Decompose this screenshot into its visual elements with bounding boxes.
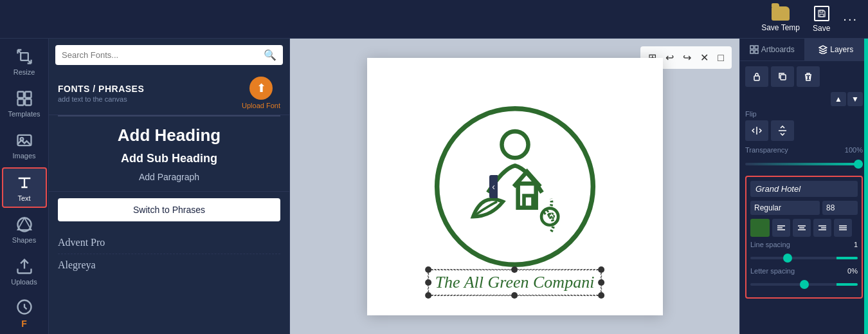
align-right-button[interactable] [813,219,831,237]
svg-rect-16 [755,46,758,49]
fonts-section-subtitle: add text to the canvas [58,95,144,103]
svg-point-12 [502,131,528,158]
transparency-slider[interactable] [745,163,863,165]
svg-rect-2 [21,53,28,60]
topbar-actions: Save Temp Save ··· [761,6,858,33]
upload-icon: ⬆ [249,77,273,100]
fonts-section-title: FONTS / PHRASES [58,84,144,94]
left-nav: Resize Templates Images Text [0,39,49,334]
list-item[interactable]: Alegreya [58,254,280,276]
letter-spacing-slider[interactable] [750,283,858,286]
search-bar: 🔍 [55,45,283,65]
add-paragraph[interactable]: Add Paragraph [58,172,280,182]
sidebar-item-more-label: F [21,319,27,329]
svg-rect-3 [17,91,23,97]
transparency-label-row: Transparency 100% [745,146,863,154]
color-align-row [750,219,858,237]
topbar: Save Temp Save ··· [0,0,868,39]
add-heading[interactable]: Add Heading [58,125,280,145]
canvas-area: ⊞ ↩ ↪ ✕ □ [290,39,739,334]
line-spacing-slider[interactable] [750,257,858,259]
left-panel: 🔍 FONTS / PHRASES add text to the canvas… [49,39,290,334]
more-button[interactable]: ··· [843,12,858,26]
sidebar-item-templates-label: Templates [8,110,40,118]
upload-font-button[interactable]: ⬆ Upload Font [242,77,280,109]
add-subheading[interactable]: Add Sub Heading [58,152,280,165]
fonts-header: FONTS / PHRASES add text to the canvas ⬆… [49,71,289,115]
switch-to-phrases-button[interactable]: Switch to Phrases [58,198,280,221]
sidebar-item-shapes-label: Shapes [12,236,36,244]
selected-text[interactable]: The All Green Compani [428,270,602,295]
teal-accent-bar [864,39,868,334]
undo-button[interactable]: ↩ [663,49,676,66]
sidebar-item-more[interactable]: F [2,293,47,334]
flip-vertical-button[interactable] [771,120,794,141]
font-name-dropdown-wrapper: Grand Hotel Advent Pro Alegreya [750,181,858,197]
flip-label: Flip [745,110,863,118]
transparency-label: Transparency [745,146,788,154]
svg-rect-1 [820,10,823,12]
sidebar-item-resize-label: Resize [14,68,35,76]
sidebar-item-uploads[interactable]: Uploads [2,252,47,292]
fonts-header-left: FONTS / PHRASES add text to the canvas [58,84,144,103]
svg-rect-4 [25,91,31,97]
search-icon: 🔍 [264,49,276,61]
flip-horizontal-button[interactable] [745,120,768,141]
letter-spacing-section: Letter spacing 0% [750,267,858,290]
sidebar-item-templates[interactable]: Templates [2,83,47,124]
collapse-panel-button[interactable]: ‹ [489,175,498,198]
action-buttons-row [745,66,863,87]
svg-rect-6 [25,99,31,105]
font-name-select[interactable]: Grand Hotel Advent Pro Alegreya [750,181,858,197]
redo-button[interactable]: ↪ [680,49,694,66]
text-selection[interactable]: The All Green Compani [428,269,602,296]
close-button[interactable]: ✕ [698,49,711,66]
tab-layers[interactable]: Layers [804,39,869,60]
line-spacing-row: Line spacing 1 [750,241,858,248]
svg-rect-20 [781,75,786,80]
tab-layers-label: Layers [830,45,853,54]
chevron-up-button[interactable]: ▲ [831,92,846,106]
duplicate-button[interactable] [771,66,794,87]
save-icon [814,6,829,21]
svg-text:♻: ♻ [547,210,556,221]
svg-rect-17 [750,50,754,53]
line-spacing-value: 1 [854,241,858,248]
font-style-size-row: Regular Bold Italic 88 72 64 48 36 [750,201,858,215]
folder-icon [772,6,790,21]
flip-section: Flip [745,110,863,141]
logo-image: ♻ [425,97,605,277]
sidebar-item-images-label: Images [12,152,35,160]
expand-button[interactable]: □ [715,49,727,66]
main-layout: Resize Templates Images Text [0,39,868,334]
align-justify-button[interactable] [834,219,852,237]
font-size-select[interactable]: 88 72 64 48 36 [822,201,858,215]
sidebar-item-resize[interactable]: Resize [2,41,47,82]
save-temp-button[interactable]: Save Temp [761,6,800,32]
search-input[interactable] [62,50,264,60]
tab-artboards-label: Artboards [761,45,795,54]
save-button[interactable]: Save [813,6,830,33]
font-list: Advent Pro Alegreya [49,228,289,334]
font-style-select[interactable]: Regular Bold Italic [750,201,820,215]
transparency-value: 100% [845,146,863,154]
letter-spacing-value: 0% [847,267,858,275]
upload-font-label: Upload Font [242,102,280,109]
font-color-swatch[interactable] [750,219,770,237]
flip-row [745,120,863,141]
align-center-button[interactable] [793,219,811,237]
sidebar-item-shapes[interactable]: Shapes [2,209,47,250]
align-left-button[interactable] [772,219,790,237]
delete-button[interactable] [797,66,820,87]
chevron-down-button[interactable]: ▼ [847,92,863,106]
tab-artboards[interactable]: Artboards [740,39,804,60]
letter-spacing-label: Letter spacing [750,267,795,275]
svg-rect-15 [750,46,754,49]
list-item[interactable]: Advent Pro [58,232,280,254]
svg-rect-18 [755,50,758,53]
lock-button[interactable] [745,66,768,87]
sidebar-item-images[interactable]: Images [2,125,47,165]
right-tabs: Artboards Layers [740,39,868,61]
sidebar-item-text[interactable]: Text [2,167,47,209]
right-panel: Artboards Layers [739,39,868,334]
